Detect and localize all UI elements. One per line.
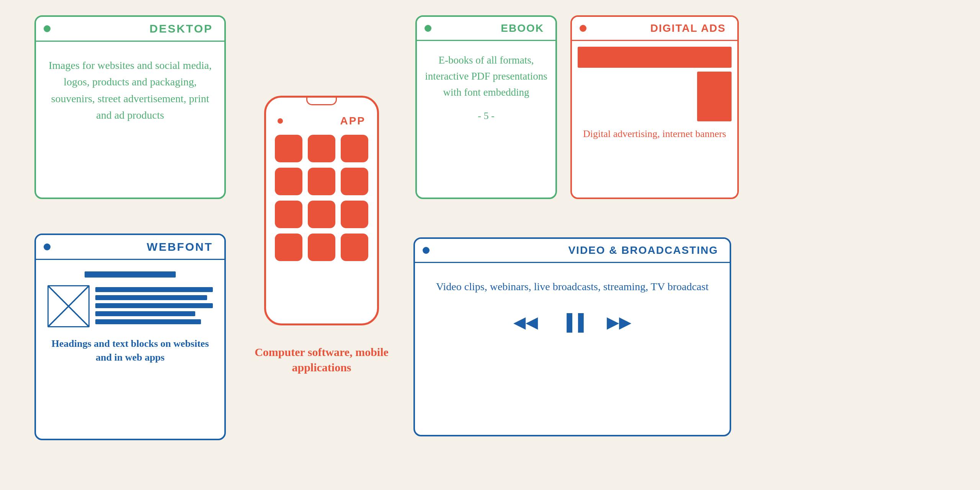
digital-banner-top — [578, 47, 732, 68]
phone-header: APP — [274, 105, 369, 131]
app-icon-11 — [308, 234, 335, 261]
webfont-line-1 — [95, 287, 213, 292]
webfont-image-placeholder — [47, 285, 90, 327]
webfont-dot — [44, 243, 51, 250]
webfont-line-5 — [95, 319, 201, 324]
main-container: DESKTOP Images for websites and social m… — [31, 15, 949, 475]
video-text: Video clips, webinars, live broadcasts, … — [436, 281, 709, 292]
desktop-dot — [44, 25, 51, 32]
webfont-mockup — [44, 268, 217, 331]
webfont-line-3 — [95, 303, 213, 308]
app-icon-5 — [308, 168, 335, 195]
webfont-content-row — [47, 285, 213, 327]
app-icon-1 — [275, 135, 302, 162]
digital-ads-title: DIGITAL ADS — [650, 22, 726, 34]
phone-icon-grid — [275, 135, 368, 261]
webfont-header: WEBFONT — [36, 235, 224, 260]
webfont-caption: Headings and text blocks on websites and… — [44, 331, 217, 367]
webfont-card: WEBFONT Headings and text blocks on webs… — [34, 234, 226, 440]
app-icon-7 — [275, 201, 302, 228]
digital-ads-body: Digital advertising, internet banners — [572, 41, 737, 149]
phone-dot — [278, 118, 283, 124]
digital-ads-header: DIGITAL ADS — [572, 17, 737, 41]
digital-ads-card: DIGITAL ADS Digital advertising, interne… — [570, 15, 739, 199]
video-header: VIDEO & BROADCASTING — [415, 239, 730, 263]
digital-ads-dot — [580, 25, 586, 32]
ebook-dot — [425, 25, 431, 32]
app-title: APP — [340, 115, 366, 127]
ebook-title: EBOOK — [501, 22, 544, 34]
app-icon-2 — [308, 135, 335, 162]
webfont-body: Headings and text blocks on websites and… — [36, 260, 224, 371]
webfont-line-2 — [95, 295, 207, 300]
desktop-card: DESKTOP Images for websites and social m… — [34, 15, 226, 199]
webfont-title: WEBFONT — [147, 240, 213, 253]
ebook-card: EBOOK E-books of all formats, interactiv… — [415, 15, 557, 199]
desktop-body: Images for websites and social media, lo… — [36, 42, 224, 139]
app-icon-8 — [308, 201, 335, 228]
app-phone: APP — [264, 96, 379, 325]
phone-notch — [306, 98, 337, 105]
rewind-icon[interactable]: ◀◀ — [513, 310, 538, 335]
ebook-header: EBOOK — [417, 17, 555, 41]
webfont-heading-bar — [85, 271, 176, 278]
desktop-title: DESKTOP — [150, 22, 213, 35]
ebook-page-number: - 5 - — [425, 108, 548, 124]
app-icon-10 — [275, 234, 302, 261]
digital-ads-caption: Digital advertising, internet banners — [578, 125, 732, 143]
video-card: VIDEO & BROADCASTING Video clips, webina… — [413, 237, 731, 436]
digital-banner-row — [578, 72, 732, 121]
webfont-text-lines — [95, 285, 213, 324]
ebook-body: E-books of all formats, interactive PDF … — [417, 41, 555, 135]
app-icon-4 — [275, 168, 302, 195]
video-title: VIDEO & BROADCASTING — [568, 244, 718, 256]
desktop-header: DESKTOP — [36, 17, 224, 42]
video-body: Video clips, webinars, live broadcasts, … — [415, 263, 730, 343]
digital-banner-right — [697, 72, 732, 121]
pause-icon[interactable]: ▐▐ — [561, 310, 584, 335]
app-icon-9 — [341, 201, 368, 228]
webfont-line-4 — [95, 311, 195, 316]
app-phone-container: APP Computer software, mobile applicatio… — [241, 15, 402, 456]
video-controls: ◀◀ ▐▐ ▶▶ — [426, 310, 718, 335]
ebook-text: E-books of all formats, interactive PDF … — [425, 54, 547, 98]
video-dot — [423, 247, 430, 254]
app-label: Computer software, mobile applications — [241, 345, 402, 376]
app-icon-12 — [341, 234, 368, 261]
app-icon-3 — [341, 135, 368, 162]
forward-icon[interactable]: ▶▶ — [607, 310, 631, 335]
app-icon-6 — [341, 168, 368, 195]
